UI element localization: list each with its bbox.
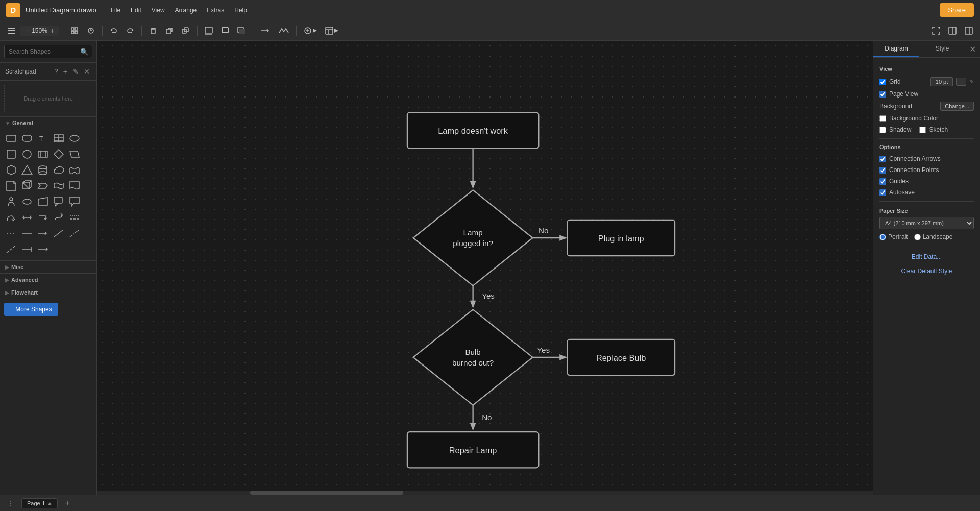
- zoom-reset-button[interactable]: [84, 25, 98, 37]
- shape-s-arrow[interactable]: [52, 210, 66, 225]
- connection-arrows-checkbox[interactable]: [879, 156, 886, 162]
- shape-wave[interactable]: [67, 163, 82, 177]
- connection-points-checkbox[interactable]: [879, 167, 886, 174]
- shape-note[interactable]: [4, 179, 18, 193]
- menu-help[interactable]: Help: [230, 5, 251, 16]
- insert-button[interactable]: [301, 25, 320, 37]
- paper-size-select[interactable]: A4 (210 mm x 297 mm) A3 Letter Legal: [879, 217, 974, 229]
- panel-close-button[interactable]: ✕: [965, 41, 980, 57]
- shape-plain-line[interactable]: [20, 226, 34, 240]
- sketch-checkbox[interactable]: [919, 127, 926, 133]
- panel-toggle-button[interactable]: [962, 25, 976, 37]
- delete-button[interactable]: [146, 25, 160, 37]
- shape-rounded-rect[interactable]: [20, 131, 34, 145]
- scratchpad-close-button[interactable]: ✕: [82, 67, 91, 76]
- shape-ellipse[interactable]: [67, 131, 82, 145]
- shape-text[interactable]: T: [36, 131, 50, 145]
- landscape-radio[interactable]: [914, 234, 921, 240]
- zoom-in-button[interactable]: +: [48, 27, 56, 35]
- shape-triangle[interactable]: [20, 163, 34, 177]
- shape-cylinder[interactable]: [36, 163, 50, 177]
- shape-conn1[interactable]: [52, 226, 66, 240]
- section-general[interactable]: ▼ General: [0, 116, 96, 129]
- shape-connector-end[interactable]: [20, 194, 34, 209]
- shape-conn4[interactable]: [20, 242, 34, 256]
- scratchpad-help-button[interactable]: ?: [53, 67, 60, 76]
- fill-color-button[interactable]: [202, 25, 216, 37]
- shape-conn2[interactable]: [67, 226, 82, 240]
- tab-style[interactable]: Style: [919, 41, 965, 57]
- shape-dashed-line[interactable]: [4, 226, 18, 240]
- canvas-scrollbar-thumb[interactable]: [250, 491, 403, 495]
- shadow-checkbox[interactable]: [879, 127, 886, 133]
- shape-cloud[interactable]: [52, 163, 66, 177]
- scratchpad-add-button[interactable]: +: [62, 67, 69, 76]
- menu-arrange[interactable]: Arrange: [171, 5, 201, 16]
- shape-arrow-line[interactable]: [36, 226, 50, 240]
- clear-default-style-button[interactable]: Clear Default Style: [879, 265, 974, 277]
- section-advanced[interactable]: ▶ Advanced: [0, 273, 96, 286]
- canvas[interactable]: Lamp doesn't work Lamp plugged in? No Pl…: [97, 41, 873, 495]
- shape-process[interactable]: [36, 147, 50, 161]
- background-change-button[interactable]: Change...: [940, 102, 974, 111]
- grid-color-swatch[interactable]: [956, 78, 966, 86]
- shape-wave2[interactable]: [52, 179, 66, 193]
- shape-curved-arrow[interactable]: [4, 210, 18, 225]
- shape-square[interactable]: [4, 147, 18, 161]
- zoom-out-button[interactable]: −: [23, 27, 31, 35]
- shape-double-arrow[interactable]: [20, 210, 34, 225]
- table-button[interactable]: [322, 25, 341, 37]
- page-options-button[interactable]: ⋮: [4, 498, 17, 508]
- menu-edit[interactable]: Edit: [127, 5, 145, 16]
- guides-checkbox[interactable]: [879, 178, 886, 185]
- zoom-level[interactable]: 150%: [32, 27, 47, 34]
- redo-button[interactable]: [123, 25, 137, 37]
- shape-person[interactable]: [4, 194, 18, 209]
- page-tab[interactable]: Page-1 ▲: [21, 498, 58, 508]
- tab-diagram[interactable]: Diagram: [873, 41, 919, 57]
- grid-checkbox[interactable]: [879, 79, 886, 85]
- sidebar-toggle-button[interactable]: [4, 25, 18, 37]
- shape-step[interactable]: [36, 179, 50, 193]
- page-view-checkbox[interactable]: [879, 91, 886, 98]
- grid-pt-input[interactable]: [930, 77, 953, 86]
- landscape-label[interactable]: Landscape: [914, 233, 953, 240]
- shape-document[interactable]: [67, 179, 82, 193]
- duplicate-button[interactable]: [162, 25, 177, 37]
- menu-file[interactable]: File: [107, 5, 125, 16]
- menu-extras[interactable]: Extras: [203, 5, 228, 16]
- portrait-label[interactable]: Portrait: [879, 233, 908, 240]
- more-shapes-button[interactable]: + More Shapes: [4, 303, 58, 316]
- undo-button[interactable]: [107, 25, 121, 37]
- section-flowchart[interactable]: ▶ Flowchart: [0, 286, 96, 299]
- shape-conn3[interactable]: [4, 242, 18, 256]
- shape-circle[interactable]: [20, 147, 34, 161]
- shape-diamond[interactable]: [52, 147, 66, 161]
- shape-callout2[interactable]: [67, 194, 82, 209]
- shape-dotted-line[interactable]: [67, 210, 82, 225]
- to-front-button[interactable]: [179, 25, 193, 37]
- autosave-checkbox[interactable]: [879, 189, 886, 196]
- split-view-button[interactable]: [945, 25, 960, 37]
- shape-3d-box[interactable]: [20, 179, 34, 193]
- portrait-radio[interactable]: [879, 234, 886, 240]
- share-button[interactable]: Share: [940, 3, 974, 17]
- shape-bent-arrow[interactable]: [36, 210, 50, 225]
- edit-data-button[interactable]: Edit Data...: [879, 251, 974, 262]
- shape-rectangle[interactable]: [4, 131, 18, 145]
- canvas-scrollbar[interactable]: [97, 491, 873, 495]
- shape-table[interactable]: [52, 131, 66, 145]
- shape-manual-input[interactable]: [36, 194, 50, 209]
- menu-view[interactable]: View: [148, 5, 169, 16]
- shape-parallelogram[interactable]: [67, 147, 82, 161]
- search-input[interactable]: [4, 45, 92, 58]
- shape-conn5[interactable]: [36, 242, 50, 256]
- background-color-checkbox[interactable]: [879, 115, 886, 122]
- shape-hexagon[interactable]: [4, 163, 18, 177]
- add-page-button[interactable]: +: [62, 498, 72, 509]
- section-misc[interactable]: ▶ Misc: [0, 260, 96, 273]
- stroke-color-button[interactable]: [218, 25, 232, 37]
- zoom-fit-button[interactable]: [67, 25, 82, 37]
- connector-button[interactable]: [257, 25, 274, 37]
- scratchpad-edit-button[interactable]: ✎: [71, 67, 80, 76]
